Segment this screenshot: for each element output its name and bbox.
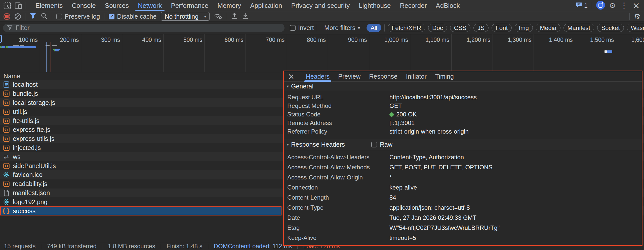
tab-console[interactable]: Console [67, 0, 100, 11]
timeline-tick-label: 200 ms [41, 37, 79, 43]
filter-chip-js[interactable]: JS [473, 24, 489, 32]
filter-chip-socket[interactable]: Socket [597, 24, 624, 32]
filter-chip-doc[interactable]: Doc [428, 24, 447, 32]
general-section-title: General [291, 83, 313, 90]
header-value: timeout=5 [389, 233, 416, 243]
download-har-icon[interactable] [242, 12, 249, 20]
general-section-header[interactable]: ▾ General [284, 82, 642, 91]
header-value: [::1]:3001 [389, 119, 415, 127]
script-icon [3, 163, 10, 169]
name-column-header[interactable]: Name [4, 73, 20, 80]
document-html-icon [3, 81, 10, 88]
divider [629, 13, 630, 20]
filter-toggle-icon[interactable] [30, 13, 36, 20]
more-menu-icon[interactable]: ⋮ [620, 2, 628, 9]
status-15-requests: 15 requests [0, 243, 41, 250]
clear-network-log-button[interactable] [15, 13, 21, 20]
more-filters-button[interactable]: More filters ▾ [324, 24, 360, 32]
timeline-gridline [410, 34, 410, 72]
timeline-tick-label: 500 ms [165, 37, 202, 43]
tab-network[interactable]: Network [133, 0, 166, 11]
filter-chip-manifest[interactable]: Manifest [564, 24, 594, 32]
invert-checkbox[interactable] [290, 25, 296, 31]
tab-privacy-and-security[interactable]: Privacy and security [287, 0, 354, 11]
inspect-element-icon[interactable] [3, 1, 12, 10]
invert-control: Invert [290, 24, 314, 32]
tab-performance[interactable]: Performance [167, 0, 213, 11]
request-name: express-utils.js [13, 135, 54, 142]
header-row-status-code: Status Code200 OK [284, 110, 642, 119]
settings-gear-icon[interactable]: ⚙ [609, 2, 616, 9]
header-row-date: DateTue, 27 Jan 2026 02:49:33 GMT [284, 213, 642, 223]
waterfall-bar [55, 50, 59, 51]
tab-recorder[interactable]: Recorder [395, 0, 431, 11]
invert-label: Invert [298, 24, 314, 32]
filter-chip-font[interactable]: Font [492, 24, 512, 32]
filter-placeholder: Filter [16, 24, 30, 32]
details-tab-timing[interactable]: Timing [431, 71, 458, 82]
record-network-log-button[interactable] [4, 13, 10, 20]
header-value: Tue, 27 Jan 2026 02:49:33 GMT [389, 213, 476, 223]
timeline-tick-label: 100 ms [0, 37, 38, 43]
details-tab-headers[interactable]: Headers [302, 71, 334, 82]
disable-cache-control: Disable cache [109, 13, 156, 20]
tab-lighthouse[interactable]: Lighthouse [354, 0, 395, 11]
issues-button[interactable]: 1 [576, 2, 588, 10]
filter-chip-fetch-xhr[interactable]: Fetch/XHR [388, 24, 425, 32]
request-type-chips: AllFetch/XHRDocCSSJSFontImgMediaManifest… [367, 24, 644, 32]
disable-cache-checkbox[interactable] [109, 14, 114, 19]
timeline-gridline [163, 34, 164, 72]
network-toolbar: Preserve log Disable cache No throttling… [0, 11, 644, 22]
network-settings-gear-icon[interactable]: ⚙ [634, 13, 640, 20]
timeline-gridline [204, 34, 205, 72]
filter-chip-wasm[interactable]: Wasm [627, 24, 644, 32]
tab-adblock[interactable]: AdBlock [431, 0, 464, 11]
header-value: http://localhost:3001/api/success [389, 93, 477, 102]
request-name: favicon.ico [13, 171, 43, 178]
filter-chip-css[interactable]: CSS [450, 24, 470, 32]
details-tab-response[interactable]: Response [365, 71, 402, 82]
header-row-request-method: Request MethodGET [284, 102, 642, 110]
filter-input[interactable]: Filter [3, 24, 285, 32]
tab-memory[interactable]: Memory [213, 0, 246, 11]
timeline-tick-label: 600 ms [206, 37, 244, 43]
script-icon [3, 90, 10, 97]
timeline-tick-label: 1,300 ms [494, 37, 532, 43]
device-toolbar-icon[interactable] [14, 1, 23, 10]
tab-sources[interactable]: Sources [100, 0, 133, 11]
search-icon[interactable] [41, 12, 48, 20]
request-name: success [13, 207, 35, 215]
header-value: * [389, 172, 392, 182]
divider [25, 13, 25, 20]
script-icon [3, 109, 10, 115]
details-tab-preview[interactable]: Preview [334, 71, 365, 82]
upload-har-icon[interactable] [231, 12, 238, 20]
close-details-icon[interactable]: × [288, 72, 295, 80]
ai-assistant-icon[interactable] [596, 1, 605, 11]
timeline-gridline [451, 34, 452, 72]
filter-chip-media[interactable]: Media [536, 24, 560, 32]
header-name: Keep-Alive [284, 233, 389, 243]
selected-request-annotation [0, 206, 281, 215]
request-name: fte-utils.js [13, 117, 39, 124]
tab-application[interactable]: Application [246, 0, 287, 11]
header-row-access-control-allow-origin: Access-Control-Allow-Origin* [284, 172, 642, 182]
raw-checkbox[interactable] [371, 142, 377, 147]
network-overview-timeline[interactable]: 100 ms200 ms300 ms400 ms500 ms600 ms700 … [0, 34, 644, 72]
header-row-remote-address: Remote Address[::1]:3001 [284, 119, 642, 127]
network-conditions-icon[interactable] [214, 12, 222, 20]
response-headers-section-header[interactable]: ▾ Response Headers Raw [284, 139, 642, 150]
preserve-log-checkbox[interactable] [56, 14, 62, 19]
filter-chip-img[interactable]: Img [515, 24, 533, 32]
document-icon [3, 190, 10, 196]
filter-chip-all[interactable]: All [367, 24, 381, 32]
waterfall-bar [52, 45, 57, 46]
tab-elements[interactable]: Elements [31, 0, 67, 11]
devtools-window: ElementsConsoleSourcesNetworkPerformance… [0, 0, 644, 250]
close-devtools-icon[interactable]: × [632, 1, 640, 10]
throttling-select[interactable]: No throttling ▾ [161, 12, 209, 21]
request-name: logo192.png [13, 198, 48, 206]
issues-bubble-icon [576, 2, 582, 10]
details-tab-initiator[interactable]: Initiator [402, 71, 431, 82]
request-name: readability.js [13, 180, 47, 188]
